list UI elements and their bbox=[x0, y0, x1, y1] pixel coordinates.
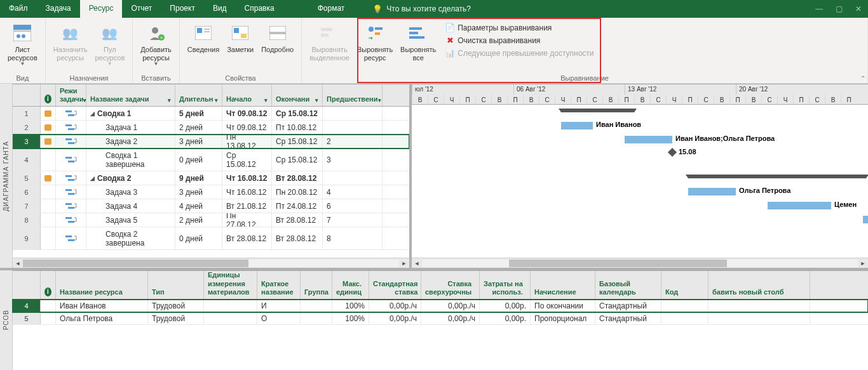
res-code-cell[interactable] bbox=[661, 312, 709, 324]
predecessor-cell[interactable]: 2 bbox=[323, 135, 383, 148]
predecessor-cell[interactable]: 6 bbox=[323, 199, 383, 213]
start-cell[interactable]: Чт 09.08.12 bbox=[222, 107, 272, 120]
finish-cell[interactable]: Пн 20.08.12 bbox=[272, 185, 323, 199]
col-res-cost[interactable]: Затраты на использ. bbox=[480, 271, 531, 299]
res-std-cell[interactable]: 0,00р./ч bbox=[369, 312, 421, 324]
tellme-search[interactable]: 💡 Что вы хотите сделать? bbox=[372, 0, 471, 18]
scroll-left-button[interactable]: ◄ bbox=[13, 260, 23, 267]
finish-cell[interactable]: Пт 24.08.12 bbox=[272, 199, 323, 213]
row-number[interactable]: 5 bbox=[13, 312, 41, 324]
res-add-cell[interactable] bbox=[709, 300, 810, 312]
res-add-cell[interactable] bbox=[709, 312, 810, 324]
task-name-cell[interactable]: Задача 1 bbox=[86, 121, 175, 134]
menu-tab-format[interactable]: Формат bbox=[309, 0, 354, 18]
finish-cell[interactable]: Ср 15.08.12 bbox=[272, 149, 323, 171]
col-res-code[interactable]: Код bbox=[661, 271, 709, 299]
gantt-chart[interactable]: юл '1206 Авг '1213 Авг '1220 Авг '12ВСЧП… bbox=[412, 84, 868, 268]
duration-cell[interactable]: 2 дней bbox=[175, 213, 222, 227]
res-ovt-cell[interactable]: 0,00р./ч bbox=[421, 312, 480, 324]
predecessor-cell[interactable]: 4 bbox=[323, 185, 383, 199]
predecessor-cell[interactable] bbox=[323, 171, 383, 185]
information-button[interactable]: Сведения bbox=[184, 20, 223, 55]
res-short-cell[interactable]: И bbox=[257, 300, 301, 312]
duration-cell[interactable]: 0 дней bbox=[175, 149, 222, 171]
task-name-cell[interactable]: ◢Сводка 2 bbox=[86, 171, 175, 185]
mode-cell[interactable] bbox=[56, 227, 86, 249]
milestone-marker[interactable] bbox=[668, 148, 677, 157]
menu-tab-help[interactable]: Справка bbox=[236, 0, 283, 18]
table-row[interactable]: 4Иван ИвановТрудовойИ100%0,00р./ч0,00р./… bbox=[13, 300, 868, 312]
start-cell[interactable]: Вт 28.08.12 bbox=[222, 227, 272, 249]
row-number[interactable]: 8 bbox=[13, 213, 41, 227]
col-res-std[interactable]: Стандартная ставка bbox=[369, 271, 421, 299]
table-row[interactable]: 5◢Сводка 29 днейЧт 16.08.12Вт 28.08.12 bbox=[13, 171, 409, 185]
row-number[interactable]: 9 bbox=[13, 227, 41, 249]
row-number[interactable]: 2 bbox=[13, 121, 41, 134]
mode-cell[interactable] bbox=[56, 213, 86, 227]
notes-button[interactable]: Заметки bbox=[223, 20, 257, 55]
table-row[interactable]: 6Задача 33 днейЧт 16.08.12Пн 20.08.124 bbox=[13, 185, 409, 199]
res-cal-cell[interactable]: Стандартный bbox=[595, 312, 661, 324]
mode-cell[interactable] bbox=[56, 149, 86, 171]
task-hscroll[interactable]: ◄ ► bbox=[13, 258, 409, 268]
table-row[interactable]: 8Задача 52 днейПн 27.08.12Вт 28.08.127 bbox=[13, 213, 409, 227]
mode-cell[interactable] bbox=[56, 171, 86, 185]
minimize-button[interactable]: — bbox=[809, 4, 829, 13]
task-bar[interactable] bbox=[625, 136, 672, 143]
gantt-body[interactable]: Иван ИвановИван Иванов;Ольга Петрова15.0… bbox=[412, 105, 868, 258]
duration-cell[interactable]: 0 дней bbox=[175, 227, 222, 249]
start-cell[interactable]: Чт 09.08.12 bbox=[222, 121, 272, 134]
col-res-group[interactable]: Группа bbox=[301, 271, 332, 299]
task-name-cell[interactable]: Задача 4 bbox=[86, 199, 175, 213]
add-resources-button[interactable]: + Добавить ресурсы ▼ bbox=[137, 20, 175, 68]
col-indicators[interactable]: i bbox=[41, 271, 56, 299]
table-row[interactable]: 4Сводка 1 завершена0 днейСр 15.08.12Ср 1… bbox=[13, 149, 409, 171]
start-cell[interactable]: Ср 15.08.12 bbox=[222, 149, 272, 171]
task-bar[interactable] bbox=[688, 188, 736, 195]
col-start[interactable]: Начало▾ bbox=[222, 84, 272, 106]
start-cell[interactable]: Вт 21.08.12 bbox=[222, 199, 272, 213]
col-duration[interactable]: Длительн▾ bbox=[175, 84, 222, 106]
close-button[interactable]: ✕ bbox=[849, 4, 868, 13]
row-number[interactable]: 4 bbox=[13, 149, 41, 171]
finish-cell[interactable]: Вт 28.08.12 bbox=[272, 213, 323, 227]
start-cell[interactable]: Пн 13.08.12 bbox=[222, 135, 272, 148]
res-type-cell[interactable]: Трудовой bbox=[148, 300, 204, 312]
collapse-ribbon-button[interactable]: ⌃ bbox=[860, 75, 865, 82]
finish-cell[interactable]: Пт 10.08.12 bbox=[272, 121, 323, 134]
col-res-name[interactable]: Название ресурса bbox=[56, 271, 148, 299]
col-res-unit[interactable]: Единицы измерения материалов bbox=[204, 271, 257, 299]
clear-leveling-button[interactable]: ✖ Очистка выравнивания bbox=[442, 36, 596, 47]
task-name-cell[interactable]: Задача 2 bbox=[86, 135, 175, 148]
start-cell[interactable]: Чт 16.08.12 bbox=[222, 171, 272, 185]
finish-cell[interactable]: Вт 28.08.12 bbox=[272, 171, 323, 185]
task-name-cell[interactable]: Сводка 1 завершена bbox=[86, 149, 175, 171]
mode-cell[interactable] bbox=[56, 135, 86, 148]
start-cell[interactable]: Пн 27.08.12 bbox=[222, 213, 272, 227]
leveling-options-button[interactable]: 📄 Параметры выравнивания bbox=[442, 23, 596, 34]
col-finish[interactable]: Окончани▾ bbox=[272, 84, 323, 106]
menu-tab-resource[interactable]: Ресурс bbox=[80, 0, 123, 18]
duration-cell[interactable]: 2 дней bbox=[175, 121, 222, 134]
level-all-button[interactable]: Выровнять все bbox=[397, 20, 440, 63]
duration-cell[interactable]: 4 дней bbox=[175, 199, 222, 213]
col-mode[interactable]: Режи задачи▾ bbox=[56, 84, 86, 106]
mode-cell[interactable] bbox=[56, 121, 86, 134]
mode-cell[interactable] bbox=[56, 199, 86, 213]
col-add-new[interactable]: бавить новый столб bbox=[709, 271, 810, 299]
res-type-cell[interactable]: Трудовой bbox=[148, 312, 204, 324]
col-res-accrue[interactable]: Начисление bbox=[531, 271, 595, 299]
predecessor-cell[interactable]: 8 bbox=[323, 227, 383, 249]
row-number[interactable]: 7 bbox=[13, 199, 41, 213]
level-resource-button[interactable]: Выровнять ресурс bbox=[353, 20, 397, 63]
col-res-ovt[interactable]: Ставка сверхурочны bbox=[421, 271, 480, 299]
res-accrue-cell[interactable]: По окончании bbox=[531, 300, 595, 312]
resource-sheet-button[interactable]: Лист ресурсов ▼ bbox=[4, 20, 41, 68]
res-short-cell[interactable]: О bbox=[257, 312, 301, 324]
predecessor-cell[interactable]: 7 bbox=[323, 213, 383, 227]
task-name-cell[interactable]: ◢Сводка 1 bbox=[86, 107, 175, 120]
res-unit-cell[interactable] bbox=[204, 312, 257, 324]
predecessor-cell[interactable] bbox=[323, 121, 383, 134]
scroll-right-button[interactable]: ► bbox=[858, 260, 868, 267]
res-max-cell[interactable]: 100% bbox=[332, 300, 369, 312]
